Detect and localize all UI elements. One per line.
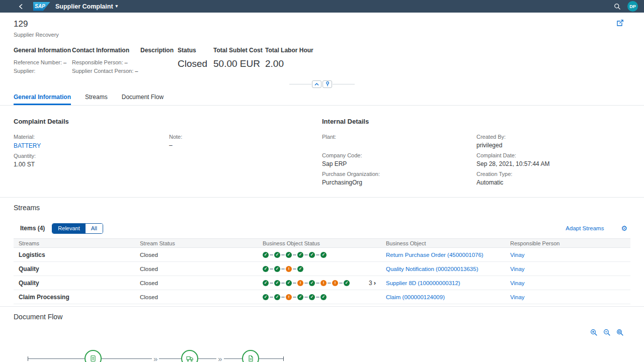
facet-total-labor-hour: Total Labor Hour 2.00	[265, 47, 313, 75]
responsible-person-link[interactable]: Vinay	[510, 252, 525, 258]
zoom-in-button[interactable]	[590, 329, 598, 336]
status-ok-icon[interactable]: ✓	[297, 252, 303, 258]
status-warning-icon[interactable]: !	[286, 266, 292, 272]
creation-type-value: Automatic	[476, 179, 630, 187]
tab-document-flow[interactable]: Document Flow	[122, 93, 164, 105]
filter-relevant-button[interactable]: Relevant	[52, 224, 85, 233]
company-code-value: Sap ERP	[322, 160, 476, 168]
table-settings-button[interactable]: ⚙	[621, 225, 627, 232]
document-flow-title: Document Flow	[14, 313, 630, 321]
zoom-out-button[interactable]	[603, 329, 611, 336]
double-chevron-icon: »	[152, 355, 159, 362]
zoom-in-icon	[590, 329, 598, 336]
status-ok-icon[interactable]: ✓	[297, 294, 303, 300]
status-ok-icon[interactable]: ✓	[344, 280, 350, 286]
status-ok-icon[interactable]: ✓	[286, 280, 292, 286]
field-label: Supplier Contact Person:	[72, 68, 133, 74]
flow-node-invoice[interactable]	[242, 350, 259, 362]
status-connector	[270, 268, 273, 269]
status-ok-icon[interactable]: ✓	[309, 280, 315, 286]
status-ok-icon[interactable]: ✓	[274, 294, 280, 300]
plant-value	[322, 142, 476, 149]
business-object-cell: Supplier 8D (100000000312)	[381, 280, 505, 286]
filter-all-button[interactable]: All	[86, 224, 103, 233]
status-value: Closed	[178, 58, 213, 69]
status-warning-icon[interactable]: !	[297, 280, 303, 286]
pin-header-button[interactable]	[323, 80, 332, 88]
gear-icon: ⚙	[621, 224, 627, 232]
status-ok-icon[interactable]: ✓	[274, 266, 280, 272]
tab-streams[interactable]: Streams	[85, 93, 108, 105]
responsible-person-link[interactable]: Vinay	[510, 266, 525, 272]
status-connector	[304, 254, 308, 255]
material-link[interactable]: BATTERY	[14, 142, 41, 149]
zoom-out-icon	[603, 329, 611, 336]
business-object-status-cell: ✓✓!✓✓✓	[258, 294, 381, 300]
stream-name-cell: Claim Processing	[14, 294, 135, 301]
business-object-link[interactable]: Supplier 8D (100000000312)	[386, 280, 460, 286]
page-subtitle: Supplier Recovery	[14, 32, 59, 38]
status-overflow-button[interactable]: 3›	[369, 279, 376, 287]
status-ok-icon[interactable]: ✓	[263, 280, 269, 286]
business-object-link[interactable]: Quality Notification (000200013635)	[386, 266, 478, 272]
share-button[interactable]	[616, 19, 624, 27]
flow-node-delivery[interactable]	[181, 350, 198, 362]
status-ok-icon[interactable]: ✓	[263, 266, 269, 272]
internal-details-form: Plant: Company Code: Sap ERP Purchase Or…	[322, 133, 630, 189]
user-avatar[interactable]: DP	[627, 1, 638, 12]
business-object-cell: Claim (000000124009)	[381, 294, 505, 300]
plant-label: Plant:	[322, 133, 476, 141]
status-connector	[281, 268, 285, 269]
stream-table-row: QualityClosed✓✓!✓Quality Notification (0…	[14, 262, 630, 276]
sublet-cost-value: 50.00 EUR	[213, 58, 265, 69]
zoom-fit-button[interactable]	[616, 329, 624, 336]
status-ok-icon[interactable]: ✓	[263, 294, 269, 300]
status-connector	[304, 297, 308, 298]
flow-connector	[224, 358, 242, 359]
tab-general-information[interactable]: General Information	[14, 93, 71, 105]
column-header-stream-status: Stream Status	[135, 240, 258, 246]
responsible-person-link[interactable]: Vinay	[510, 280, 525, 286]
status-connector	[270, 254, 273, 255]
business-object-link[interactable]: Return Purchase Order (4500001076)	[386, 252, 484, 258]
search-button[interactable]	[614, 3, 621, 10]
company-code-label: Company Code:	[322, 152, 476, 159]
column-header-responsible-person: Responsible Person	[505, 240, 630, 246]
status-ok-icon[interactable]: ✓	[320, 294, 327, 300]
back-button[interactable]	[15, 1, 26, 12]
status-ok-icon[interactable]: ✓	[309, 294, 315, 300]
responsible-person-cell: Vinay	[505, 252, 630, 258]
page-title: 129	[14, 19, 59, 29]
object-page-header: 129 Supplier Recovery General Informatio…	[0, 13, 644, 75]
purchase-organization-value: PurchasingOrg	[322, 179, 476, 187]
purchase-organization-label: Purchase Organization:	[322, 170, 476, 178]
field-label: Supplier:	[14, 68, 35, 74]
status-ok-icon[interactable]: ✓	[286, 252, 292, 258]
created-by-label: Created By:	[476, 133, 630, 141]
chevron-up-icon	[314, 82, 319, 86]
collapse-header-button[interactable]	[312, 80, 321, 88]
caret-down-icon: ▾	[116, 4, 118, 9]
status-ok-icon[interactable]: ✓	[297, 266, 303, 272]
flow-node-purchase-order[interactable]	[85, 350, 102, 362]
status-ok-icon[interactable]: ✓	[263, 252, 269, 258]
anchor-line-right	[333, 84, 355, 84]
status-ok-icon[interactable]: ✓	[309, 252, 315, 258]
responsible-person-link[interactable]: Vinay	[510, 294, 525, 300]
app-title-menu[interactable]: Supplier Complaint ▾	[55, 3, 118, 10]
stream-name-cell: Logistics	[14, 251, 135, 258]
adapt-streams-link[interactable]: Adapt Streams	[566, 225, 604, 231]
status-warning-icon[interactable]: !	[332, 280, 338, 286]
status-warning-icon[interactable]: !	[286, 294, 292, 300]
status-warning-icon[interactable]: !	[320, 280, 327, 286]
status-connector	[316, 297, 319, 298]
status-ok-icon[interactable]: ✓	[320, 252, 327, 258]
status-ok-icon[interactable]: ✓	[274, 252, 280, 258]
status-ok-icon[interactable]: ✓	[274, 280, 280, 286]
facet-total-sublet-cost: Total Sublet Cost 50.00 EUR	[213, 47, 265, 75]
business-object-cell: Quality Notification (000200013635)	[381, 266, 505, 272]
purchase-order-icon	[90, 355, 97, 362]
note-value: –	[169, 142, 322, 149]
business-object-link[interactable]: Claim (000000124009)	[386, 294, 445, 300]
stream-table-row: QualityClosed✓✓✓!✓!!✓3›Supplier 8D (1000…	[14, 276, 630, 290]
